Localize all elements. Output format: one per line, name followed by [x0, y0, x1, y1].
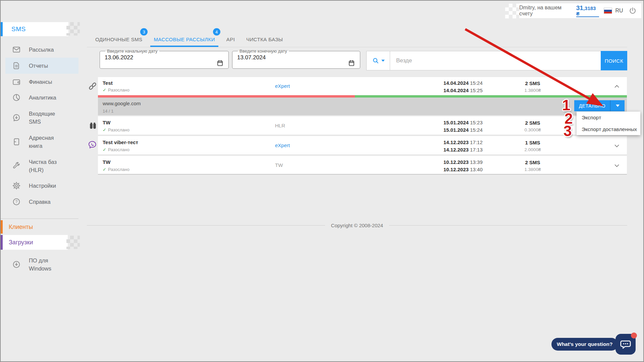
campaign-status: ✓Разослано — [103, 147, 129, 152]
campaign-row-test[interactable]: Test ✓Разослано eXpert 14.04.2024 15:24 … — [98, 77, 627, 115]
sidebar-item-nastroyki[interactable]: Настройки — [5, 178, 78, 193]
tab-massovye-rassylki[interactable]: МАССОВЫЕ РАССЫЛКИ 4 — [154, 32, 215, 47]
tab-chistka-bazy[interactable]: ЧИСТКА БАЗЫ — [246, 32, 283, 47]
sidebar-item-analitika[interactable]: Аналитика — [5, 90, 78, 105]
export-dropdown-menu: Экспорт Экспорт доставленных — [577, 112, 640, 135]
tab-label: API — [226, 37, 235, 42]
check-icon: ✓ — [103, 87, 106, 93]
detail-button[interactable]: ДЕТАЛЬНО — [574, 100, 625, 111]
sidebar-item-vhodyashchie-sms[interactable]: Входящие SMS — [5, 107, 78, 128]
sidebar-item-adresnaya-kniga[interactable]: Адресная книга — [5, 131, 78, 152]
tab-odinochnye-sms[interactable]: ОДИНОЧНЫЕ SMS 3 — [95, 32, 142, 47]
calendar-icon[interactable] — [216, 59, 224, 67]
chat-prompt-text: What's your question? — [557, 341, 612, 347]
campaign-title: Test — [103, 80, 113, 86]
sidebar-item-zagruzki[interactable]: Загрузки — [9, 235, 33, 250]
russian-flag-icon[interactable] — [604, 8, 612, 14]
sidebar-title-label: SMS — [11, 25, 26, 33]
sender-link[interactable]: eXpert — [275, 142, 290, 148]
campaign-dates: 14.12.2023 17:12 14.12.2023 17:13 — [443, 139, 483, 154]
footer: Copyright © 2008-2024 — [87, 223, 627, 228]
campaign-title: TW — [103, 159, 110, 165]
tab-api[interactable]: API — [226, 32, 235, 47]
sms-count: 2 SMS — [517, 80, 549, 87]
date-end: 14.04.2024 15:25 — [443, 87, 483, 94]
chat-prompt-bubble[interactable]: What's your question? — [551, 338, 618, 351]
sidebar-item-otchety[interactable]: Отчеты — [5, 58, 78, 74]
search-button[interactable]: ПОИСК — [601, 51, 627, 70]
detail-button-label: ДЕТАЛЬНО — [574, 100, 610, 111]
end-date-input[interactable] — [237, 54, 331, 64]
incoming-sms-icon — [12, 113, 21, 122]
menu-item-export[interactable]: Экспорт — [577, 112, 640, 123]
sms-count-block: 2 SMS 1.3800₴ — [517, 80, 549, 94]
footer-divider-left — [87, 225, 325, 226]
chevron-down-icon[interactable] — [613, 162, 621, 169]
sms-count-block: 2 SMS 1.3800₴ — [517, 159, 549, 173]
campaign-status: ✓Разослано — [103, 127, 129, 132]
sidebar-item-label: Входящие SMS — [29, 110, 68, 126]
viber-icon — [88, 140, 97, 149]
sidebar-item-finansy[interactable]: Финансы — [5, 74, 78, 89]
sms-price: 2.0000₴ — [517, 146, 549, 153]
campaign-dates: 10.12.2023 13:39 10.12.2023 13:40 — [443, 159, 483, 173]
campaign-row-tw[interactable]: TW ✓Разослано TW 10.12.2023 13:39 10.12.… — [98, 156, 627, 175]
detail-dropdown-toggle[interactable] — [610, 100, 625, 111]
chevron-up-icon[interactable] — [613, 83, 621, 90]
sidebar-item-klienty[interactable]: Клиенты — [9, 220, 33, 234]
language-label[interactable]: RU — [615, 8, 623, 14]
pixel-decoration-header — [505, 4, 520, 18]
tab-badge: 4 — [213, 28, 220, 36]
date-start: 15.01.2024 15:23 — [443, 119, 483, 126]
svg-text:?: ? — [15, 199, 18, 204]
app-root: Dmitry, на вашем счету 31,3183 ₴ RU SMS … — [0, 0, 644, 362]
pixel-decoration-sidebar-top — [66, 22, 80, 36]
campaign-row-viber-test[interactable]: Test viber-тест ✓Разослано eXpert 14.12.… — [98, 136, 627, 155]
chat-launcher-button[interactable] — [615, 334, 636, 355]
sidebar-item-label: Финансы — [29, 78, 68, 86]
header-user-box: Dmitry, на вашем счету 31,3183 ₴ RU — [519, 3, 641, 18]
campaign-row-tw-hlr[interactable]: TW ✓Разослано HLR 15.01.2024 15:23 15.01… — [98, 116, 627, 135]
chevron-down-icon[interactable] — [613, 142, 621, 149]
sms-count-block: 1 SMS 2.0000₴ — [517, 139, 549, 153]
search-type-selector[interactable] — [366, 51, 390, 70]
date-end: 14.12.2023 17:13 — [443, 146, 483, 154]
report-icon — [12, 61, 21, 70]
date-end: 15.01.2024 15:24 — [443, 126, 483, 134]
check-icon: ✓ — [103, 167, 106, 172]
check-icon: ✓ — [103, 147, 106, 152]
sidebar-item-spravka[interactable]: ? Справка — [5, 194, 78, 209]
wallet-icon — [12, 77, 21, 86]
expanded-detail-panel: www.google.com 14 / 1 — [98, 98, 627, 115]
sidebar-divider — [1, 219, 78, 219]
date-start: 14.12.2023 17:12 — [443, 139, 483, 146]
sidebar-item-po-dlya-windows[interactable]: ПО для Windows — [5, 254, 78, 275]
help-icon: ? — [12, 197, 21, 206]
sidebar-item-rassylka[interactable]: Рассылка — [5, 42, 78, 57]
link-icon — [88, 81, 97, 91]
sender-label: TW — [275, 162, 283, 168]
start-date-label: Введите начальную дату — [105, 49, 159, 54]
power-icon[interactable] — [629, 6, 637, 15]
footer-divider-right — [389, 225, 627, 226]
start-date-input[interactable] — [105, 54, 199, 64]
sidebar-item-label: Чистка баз (HLR) — [29, 158, 68, 174]
clients-accent-bar — [1, 220, 3, 234]
check-icon: ✓ — [103, 127, 106, 132]
sms-price: 1.3800₴ — [517, 166, 549, 173]
menu-item-export-delivered[interactable]: Экспорт доставленных — [577, 123, 640, 135]
campaign-message-text: www.google.com — [103, 101, 141, 106]
balance-link[interactable]: 31,3183 ₴ — [576, 5, 599, 17]
address-book-icon — [12, 137, 21, 146]
sidebar-title: SMS — [3, 22, 68, 36]
sender-link[interactable]: eXpert — [275, 83, 290, 89]
calendar-icon[interactable] — [348, 59, 355, 67]
balance-main: 31 — [576, 4, 583, 11]
tab-label: ЧИСТКА БАЗЫ — [246, 37, 283, 42]
campaign-status: ✓Разослано — [103, 167, 129, 172]
sidebar-item-chistka-baz[interactable]: Чистка баз (HLR) — [5, 156, 78, 176]
campaign-title: TW — [103, 120, 110, 125]
progress-delivered-segment — [355, 95, 627, 98]
search-input[interactable] — [390, 51, 601, 70]
download-icon — [12, 260, 21, 269]
